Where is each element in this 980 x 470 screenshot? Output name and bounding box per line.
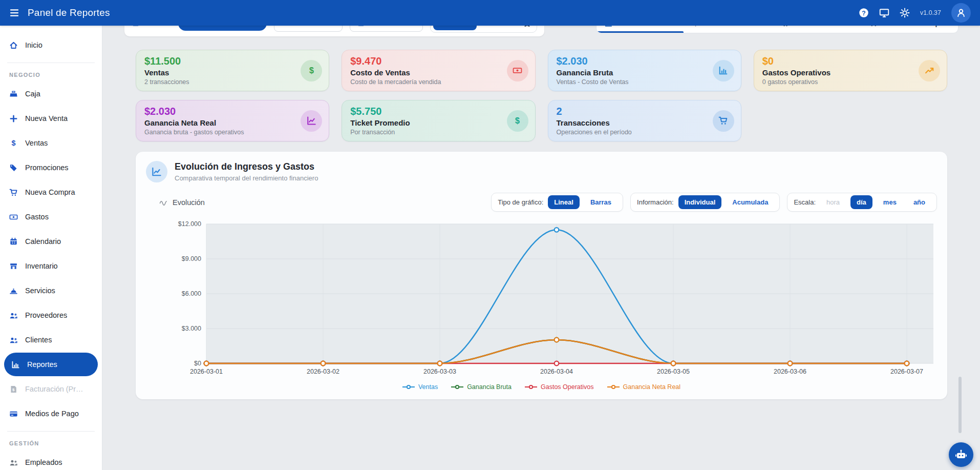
legend-ventas[interactable]: Ventas — [402, 383, 438, 391]
sidebar-item-label: Medios de Pago — [25, 410, 79, 418]
kpi-subtitle: Por transacción — [350, 129, 502, 136]
sidebar-item-facturacion-pr[interactable]: $Facturación (Pr… — [0, 377, 102, 401]
kpi-title: Ventas — [144, 68, 296, 77]
kpi-title: Ganancia Neta Real — [144, 118, 296, 127]
sidebar-section-label: NEGOCIO — [0, 64, 102, 81]
kpi-card-ganancia-bruta: $2.030Ganancia BrutaVentas - Costo de Ve… — [548, 50, 741, 91]
sidebar-item-label: Gastos — [25, 213, 49, 221]
top-navbar: Panel de Reportes ? v1.0.37 — [0, 0, 980, 26]
kpi-title: Ganancia Bruta — [557, 68, 708, 77]
sidebar-item-label: Nueva Compra — [25, 188, 75, 196]
sidebar-item-inicio[interactable]: Inicio — [0, 33, 102, 57]
kpi-subtitle: Costo de la mercadería vendida — [350, 78, 502, 86]
assistant-fab[interactable] — [949, 442, 973, 467]
sidebar-item-ventas[interactable]: $Ventas — [0, 131, 102, 155]
sidebar-item-nueva-compra[interactable]: Nueva Compra — [0, 180, 102, 205]
svg-text:$0: $0 — [194, 360, 201, 367]
kpi-subtitle: 0 gastos operativos — [762, 78, 914, 86]
sidebar-item-reportes[interactable]: Reportes — [4, 353, 98, 376]
chart-control-label: Escala: — [794, 198, 816, 206]
sidebar-item-label: Empleados — [25, 458, 62, 466]
chart-controls-row: Evolución Tipo de gráfico:LinealBarrasIn… — [146, 193, 937, 212]
chart-option-individual[interactable]: Individual — [678, 195, 722, 209]
kpi-value: $5.750 — [350, 106, 502, 117]
chart-option-hora[interactable]: hora — [820, 195, 846, 209]
kpi-subtitle: Ganancia bruta - gastos operativos — [144, 129, 296, 136]
chart-header: Evolución de Ingresos y Gastos Comparati… — [146, 161, 937, 182]
credit-card-icon — [9, 410, 18, 418]
svg-text:2026-03-03: 2026-03-03 — [423, 368, 456, 375]
sidebar-item-inventario[interactable]: Inventario — [0, 254, 102, 278]
sidebar-item-label: Facturación (Pr… — [25, 385, 83, 393]
sidebar-section-label: GESTIÓN — [0, 433, 102, 450]
sidebar-item-label: Inicio — [25, 41, 42, 49]
svg-text:$: $ — [515, 116, 520, 125]
chart-subtitle: Comparativa temporal del rendimiento fin… — [175, 174, 318, 182]
chart-option-lineal[interactable]: Lineal — [548, 195, 580, 209]
sidebar-item-label: Inventario — [25, 262, 58, 270]
chart-option-ano[interactable]: año — [907, 195, 931, 209]
kpi-title: Costo de Ventas — [350, 68, 502, 77]
kpi-cards: $11.500Ventas2 transacciones$$9.470Costo… — [136, 50, 947, 141]
sidebar-item-gastos[interactable]: Gastos — [0, 205, 102, 229]
kpi-card-gastos-operativos: $0Gastos Operativos0 gastos operativos — [754, 50, 947, 91]
sidebar-item-label: Promociones — [25, 164, 69, 172]
chart-title: Evolución de Ingresos y Gastos — [175, 161, 318, 172]
svg-text:?: ? — [862, 10, 866, 17]
kpi-card-ganancia-neta-real: $2.030Ganancia Neta RealGanancia bruta -… — [136, 100, 329, 141]
dollar-icon: $ — [507, 110, 528, 132]
chart-line-icon — [301, 110, 322, 132]
sidebar-item-servicios[interactable]: Servicios — [0, 278, 102, 303]
chart-option-acumulada[interactable]: Acumulada — [726, 195, 774, 209]
svg-text:$3.000: $3.000 — [182, 325, 201, 332]
sidebar-item-medios-de-pago[interactable]: Medios de Pago — [0, 401, 102, 426]
legend-gastos-operativos[interactable]: Gastos Operativos — [525, 383, 594, 391]
svg-text:$9.000: $9.000 — [182, 255, 201, 262]
legend-label: Ganancia Neta Real — [623, 383, 681, 391]
monitor-icon[interactable] — [879, 8, 889, 18]
user-avatar-button[interactable] — [951, 3, 971, 23]
theme-sun-icon[interactable] — [900, 8, 910, 18]
sidebar-item-proveedores[interactable]: Proveedores — [0, 303, 102, 328]
line-chart: $0$3.000$6.000$9.000$12.0002026-03-01202… — [146, 219, 937, 380]
sidebar-item-promociones[interactable]: Promociones — [0, 155, 102, 180]
legend-ganancia-bruta[interactable]: Ganancia Bruta — [451, 383, 512, 391]
tags-icon — [9, 164, 18, 172]
legend-marker-icon — [451, 384, 463, 390]
cash-register-icon — [9, 90, 18, 98]
store-icon — [9, 262, 18, 271]
page-scrollbar[interactable] — [958, 377, 962, 433]
chart-option-dia[interactable]: día — [850, 195, 872, 209]
kpi-title: Gastos Operativos — [762, 68, 914, 77]
svg-text:$: $ — [309, 66, 314, 75]
sidebar-item-calendario[interactable]: Calendario — [0, 229, 102, 254]
dollar-icon: $ — [301, 60, 322, 81]
chart-control-escala: Escala:horadíamesaño — [787, 193, 937, 212]
evolution-label-text: Evolución — [173, 198, 205, 207]
legend-marker-icon — [402, 384, 415, 390]
evolution-card: Evolución de Ingresos y Gastos Comparati… — [136, 152, 947, 399]
kpi-value: $2.030 — [144, 106, 296, 117]
sidebar-item-caja[interactable]: Caja — [0, 81, 102, 106]
evolution-label: Evolución — [146, 198, 205, 207]
robot-icon — [955, 448, 967, 461]
sidebar-item-nueva-venta[interactable]: Nueva Venta — [0, 106, 102, 131]
users-icon — [9, 458, 18, 467]
help-icon[interactable]: ? — [859, 8, 869, 18]
kpi-value: $2.030 — [557, 55, 708, 67]
legend-ganancia-neta-real[interactable]: Ganancia Neta Real — [607, 383, 681, 391]
sidebar-item-label: Ventas — [25, 139, 48, 147]
squiggle-icon — [159, 199, 168, 206]
chart-option-barras[interactable]: Barras — [584, 195, 617, 209]
sidebar-item-clientes[interactable]: Clientes — [0, 328, 102, 352]
svg-text:2026-03-02: 2026-03-02 — [307, 368, 339, 375]
evolution-chart-svg: $0$3.000$6.000$9.000$12.0002026-03-01202… — [146, 219, 937, 378]
banknote-icon — [9, 213, 18, 221]
chart-option-mes[interactable]: mes — [877, 195, 903, 209]
chart-control-label: Tipo de gráfico: — [498, 198, 543, 206]
kpi-value: $11.500 — [144, 55, 296, 67]
trend-up-icon — [919, 60, 940, 81]
sidebar-item-empleados[interactable]: Empleados — [0, 450, 102, 470]
kpi-value: $9.470 — [350, 55, 502, 67]
menu-icon[interactable] — [9, 8, 19, 18]
